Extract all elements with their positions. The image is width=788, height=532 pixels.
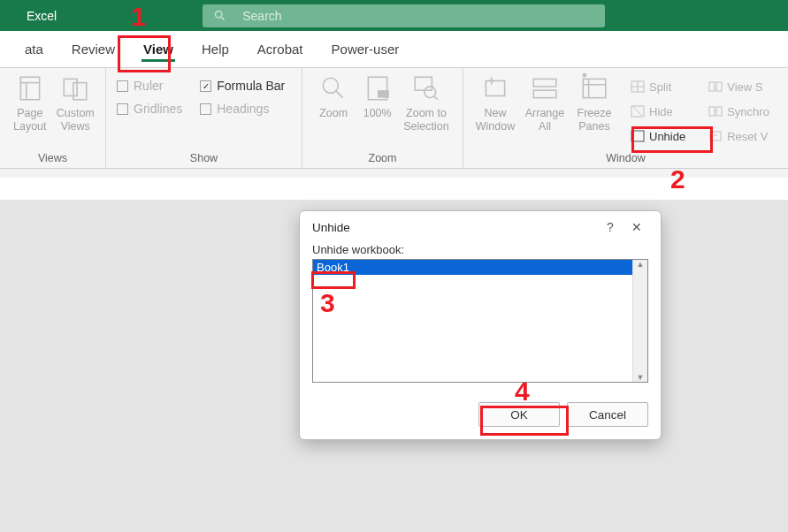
- app-name: Excel: [0, 9, 83, 23]
- custom-views-button[interactable]: Custom Views: [53, 72, 99, 133]
- tab-review[interactable]: Review: [57, 33, 129, 65]
- svg-rect-5: [65, 79, 78, 95]
- page-layout-button[interactable]: Page Layout: [7, 72, 53, 133]
- svg-rect-30: [716, 82, 722, 91]
- page-layout-icon: [15, 73, 45, 103]
- arrange-all-button[interactable]: Arrange All: [520, 72, 570, 133]
- svg-rect-10: [378, 90, 389, 98]
- group-zoom: Zoom 100% Zoom to Selection Zoom: [302, 68, 463, 168]
- svg-rect-28: [631, 131, 644, 141]
- ruler-checkbox[interactable]: Ruler: [117, 79, 182, 93]
- svg-rect-17: [533, 79, 556, 87]
- list-item[interactable]: Book1: [313, 260, 647, 275]
- zoom-selection-icon: [411, 73, 441, 103]
- hide-button[interactable]: Hide: [626, 101, 690, 122]
- svg-rect-33: [710, 132, 721, 141]
- ribbon-tabs: ata Review View Help Acrobat Power-user: [0, 31, 788, 68]
- dialog-title: Unhide: [312, 221, 597, 234]
- group-window: New Window Arrange All * Freeze Panes Sp…: [463, 68, 788, 168]
- formula-bar-area: [0, 178, 788, 201]
- headings-checkbox[interactable]: Headings: [200, 102, 285, 116]
- group-views: Page Layout Custom Views Views: [0, 68, 106, 168]
- svg-rect-31: [709, 107, 715, 116]
- svg-rect-29: [709, 82, 715, 91]
- search-icon: [213, 9, 226, 22]
- checkbox-icon: [117, 80, 128, 92]
- zoom-selection-button[interactable]: Zoom to Selection: [397, 72, 455, 133]
- unhide-icon: [631, 129, 645, 143]
- svg-rect-32: [716, 107, 722, 116]
- group-label-zoom: Zoom: [302, 152, 463, 168]
- scroll-up-icon[interactable]: ▲: [637, 260, 645, 269]
- dialog-help-button[interactable]: ?: [597, 220, 624, 234]
- svg-line-13: [434, 96, 438, 100]
- checkbox-icon: ✓: [200, 80, 211, 92]
- ribbon: Page Layout Custom Views Views Ruler Gri…: [0, 68, 788, 169]
- svg-rect-2: [20, 77, 39, 100]
- svg-rect-14: [486, 81, 504, 96]
- checkbox-icon: [200, 103, 211, 115]
- svg-rect-18: [533, 90, 556, 98]
- zoom-button[interactable]: Zoom: [310, 72, 357, 120]
- svg-line-8: [336, 91, 342, 97]
- group-label-show: Show: [106, 152, 302, 168]
- group-label-window: Window: [463, 152, 788, 168]
- tab-poweruser[interactable]: Power-user: [317, 33, 414, 65]
- gridlines-checkbox[interactable]: Gridlines: [117, 102, 182, 116]
- svg-point-0: [216, 11, 223, 19]
- split-icon: [631, 80, 645, 94]
- unhide-button[interactable]: Unhide: [626, 125, 690, 147]
- freeze-panes-icon: *: [579, 73, 609, 103]
- split-button[interactable]: Split: [626, 76, 690, 97]
- freeze-panes-button[interactable]: * Freeze Panes: [570, 72, 619, 133]
- reset-button[interactable]: Reset V: [704, 125, 774, 147]
- arrange-all-icon: [530, 73, 560, 103]
- zoom-100-icon: [363, 73, 393, 103]
- dialog-titlebar: Unhide ? ✕: [300, 211, 661, 239]
- tab-help[interactable]: Help: [187, 33, 243, 65]
- tab-data[interactable]: ata: [11, 33, 57, 65]
- workbook-listbox[interactable]: Book1 ▲ ▼: [312, 259, 648, 383]
- scroll-down-icon[interactable]: ▼: [637, 373, 645, 382]
- group-show: Ruler Gridlines ✓Formula Bar Headings Sh…: [106, 68, 302, 168]
- dialog-close-button[interactable]: ✕: [624, 220, 650, 234]
- group-label-views: Views: [0, 152, 105, 168]
- svg-rect-11: [415, 77, 432, 90]
- checkbox-icon: [117, 103, 128, 115]
- view-side-icon: [708, 80, 723, 94]
- search-placeholder: Search: [242, 9, 281, 23]
- svg-point-7: [323, 78, 338, 93]
- svg-rect-6: [73, 83, 87, 100]
- scrollbar[interactable]: ▲ ▼: [632, 260, 647, 382]
- synchro-button[interactable]: Synchro: [704, 101, 774, 122]
- svg-rect-19: [583, 79, 606, 97]
- unhide-dialog: Unhide ? ✕ Unhide workbook: Book1 ▲ ▼ OK…: [299, 210, 662, 440]
- zoom-100-button[interactable]: 100%: [357, 72, 397, 120]
- view-side-button[interactable]: View S: [704, 76, 774, 97]
- title-bar: Excel Search: [0, 0, 788, 31]
- cancel-button[interactable]: Cancel: [567, 402, 648, 427]
- dialog-label: Unhide workbook:: [312, 243, 648, 256]
- new-window-icon: [480, 73, 510, 103]
- zoom-icon: [318, 73, 348, 103]
- custom-views-icon: [60, 73, 90, 103]
- synchro-icon: [708, 104, 723, 118]
- svg-line-1: [222, 17, 225, 19]
- hide-icon: [631, 104, 645, 118]
- formula-bar-checkbox[interactable]: ✓Formula Bar: [200, 79, 285, 93]
- svg-line-27: [633, 107, 642, 116]
- search-box[interactable]: Search: [203, 4, 605, 27]
- reset-icon: [708, 129, 723, 143]
- ok-button[interactable]: OK: [478, 402, 560, 427]
- tab-acrobat[interactable]: Acrobat: [243, 33, 317, 65]
- tab-view[interactable]: View: [129, 33, 187, 65]
- new-window-button[interactable]: New Window: [471, 72, 520, 133]
